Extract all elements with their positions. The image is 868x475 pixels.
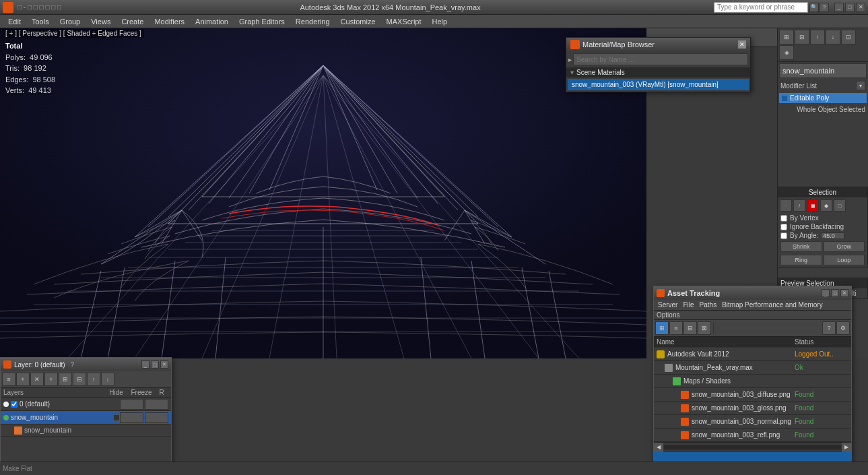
lyr-btn-arr-up[interactable]: ↑ bbox=[87, 373, 100, 386]
menu-graph-editors[interactable]: Graph Editors bbox=[234, 16, 290, 27]
mat-item-snow[interactable]: snow_mountain_003 (VRayMtl) [snow_mounta… bbox=[568, 79, 749, 90]
modifier-dropdown[interactable]: ▾ bbox=[856, 81, 865, 90]
menu-help[interactable]: Help bbox=[427, 16, 453, 27]
loop-button[interactable]: Loop bbox=[824, 255, 865, 265]
search-input[interactable] bbox=[714, 2, 808, 13]
at-help-btn[interactable]: ? bbox=[822, 321, 836, 335]
lyr-btn-up[interactable]: ⊞ bbox=[59, 373, 72, 386]
menu-maxscript[interactable]: MAXScript bbox=[381, 16, 427, 27]
layers-close-btn[interactable]: ✕ bbox=[160, 360, 168, 369]
shrink-button[interactable]: Shrink bbox=[780, 241, 822, 252]
by-angle-input[interactable] bbox=[780, 232, 787, 239]
menu-modifiers[interactable]: Modifiers bbox=[149, 16, 190, 27]
at-maximize-btn[interactable]: □ bbox=[831, 289, 839, 297]
sel-icon-vertex[interactable]: · bbox=[780, 199, 792, 212]
layers-col-name: Layers bbox=[3, 389, 104, 396]
at-row-max-file[interactable]: Mountain_Peak_vray.max Ok bbox=[654, 361, 851, 375]
at-scroll-right[interactable]: ▶ bbox=[842, 443, 851, 452]
menu-rendering[interactable]: Rendering bbox=[290, 16, 335, 27]
layers-minimize-btn[interactable]: _ bbox=[141, 360, 149, 369]
ignore-backfacing-input[interactable] bbox=[780, 224, 787, 230]
ring-loop-row: Ring Loop bbox=[778, 253, 867, 267]
layers-question[interactable]: ? bbox=[71, 361, 75, 369]
at-win-btns: _ □ ✕ bbox=[822, 289, 848, 297]
by-angle-checkbox[interactable]: By Angle: bbox=[778, 231, 867, 240]
cmd-icon-5[interactable]: ⊡ bbox=[841, 30, 856, 44]
sel-icon-element[interactable]: ◆ bbox=[820, 199, 832, 212]
at-row-refl[interactable]: snow_mountain_003_refl.png Found bbox=[654, 429, 851, 442]
layer-snow-freeze[interactable] bbox=[145, 412, 168, 423]
ignore-backfacing-checkbox[interactable]: Ignore Backfacing bbox=[778, 222, 867, 231]
at-menu-paths[interactable]: Paths bbox=[698, 300, 719, 309]
at-menu-server[interactable]: Server bbox=[657, 300, 679, 309]
lyr-btn-1[interactable]: ≡ bbox=[2, 373, 15, 386]
mat-search-input[interactable] bbox=[573, 53, 748, 65]
layer-0-hide[interactable] bbox=[120, 399, 143, 410]
ring-button[interactable]: Ring bbox=[780, 255, 822, 265]
layer-0-freeze[interactable] bbox=[145, 399, 168, 410]
sel-icon-poly[interactable]: ◼ bbox=[807, 199, 819, 212]
at-options-menu[interactable]: Options bbox=[654, 311, 851, 320]
layers-maximize-btn[interactable]: □ bbox=[151, 360, 159, 369]
cmd-icon-2[interactable]: ⊟ bbox=[795, 30, 809, 44]
at-row-vault[interactable]: Autodesk Vault 2012 Logged Out.. bbox=[654, 348, 851, 361]
cmd-icon-1[interactable]: ⊞ bbox=[779, 30, 794, 44]
layer-snow-box[interactable] bbox=[113, 414, 120, 421]
editable-poly-item[interactable]: Editable Poly bbox=[779, 93, 867, 103]
at-row-gloss[interactable]: snow_mountain_003_gloss.png Found bbox=[654, 402, 851, 415]
at-icon bbox=[657, 289, 665, 297]
at-btn-2[interactable]: ≡ bbox=[669, 321, 683, 335]
lyr-btn-add[interactable]: + bbox=[16, 373, 30, 386]
search-btn[interactable]: 🔍 bbox=[809, 3, 819, 12]
material-browser-close[interactable]: ✕ bbox=[738, 40, 746, 49]
menu-animation[interactable]: Animation bbox=[190, 16, 234, 27]
cmd-icon-6[interactable]: ◈ bbox=[779, 45, 794, 60]
grow-button[interactable]: Grow bbox=[824, 241, 865, 252]
vault-name-text: Autodesk Vault 2012 bbox=[667, 350, 729, 358]
sublayer-snow-mountain[interactable]: snow_mountain bbox=[1, 424, 171, 437]
by-vertex-checkbox[interactable]: By Vertex bbox=[778, 214, 867, 222]
menu-edit[interactable]: Edit bbox=[3, 16, 26, 27]
at-btn-4[interactable]: ⊠ bbox=[698, 321, 711, 335]
at-row-maps[interactable]: Maps / Shaders bbox=[654, 375, 851, 388]
layer-snow-hide[interactable] bbox=[120, 412, 143, 423]
layer-dot-0 bbox=[3, 402, 9, 407]
lyr-btn-down[interactable]: ⊟ bbox=[73, 373, 86, 386]
at-row-diffuse[interactable]: snow_mountain_003_diffuse.png Found bbox=[654, 388, 851, 402]
at-btn-1[interactable]: ⊞ bbox=[655, 321, 669, 335]
lyr-btn-remove[interactable]: ✕ bbox=[30, 373, 44, 386]
diffuse-icon bbox=[681, 391, 689, 399]
menu-tools[interactable]: Tools bbox=[26, 16, 55, 27]
minimize-btn[interactable]: _ bbox=[834, 3, 844, 12]
at-menu-file[interactable]: File bbox=[681, 300, 695, 309]
menu-views[interactable]: Views bbox=[86, 16, 116, 27]
by-angle-value[interactable] bbox=[821, 232, 844, 239]
close-btn[interactable]: ✕ bbox=[856, 3, 865, 12]
at-row-normal[interactable]: snow_mountain_003_normal.png Found bbox=[654, 415, 851, 429]
menu-group[interactable]: Group bbox=[55, 16, 86, 27]
lyr-btn-arr-dn[interactable]: ↓ bbox=[101, 373, 114, 386]
help-btn[interactable]: ? bbox=[820, 3, 829, 12]
layer-row-0[interactable]: 0 (default) bbox=[1, 398, 171, 411]
at-help-btn2[interactable]: ⚙ bbox=[836, 321, 850, 335]
cmd-icon-4[interactable]: ↓ bbox=[826, 30, 840, 44]
at-minimize-btn[interactable]: _ bbox=[822, 289, 830, 297]
at-close-btn[interactable]: ✕ bbox=[840, 289, 848, 297]
layers-panel: Layer: 0 (default) ? _ □ ✕ ≡ + ✕ + ⊞ ⊟ ↑… bbox=[0, 357, 172, 475]
lyr-btn-add2[interactable]: + bbox=[44, 373, 58, 386]
at-scroll-left[interactable]: ◀ bbox=[654, 443, 663, 452]
object-name-text: snow_mountain bbox=[782, 67, 834, 75]
menu-create[interactable]: Create bbox=[116, 16, 149, 27]
maximize-btn[interactable]: □ bbox=[845, 3, 855, 12]
sublayer-snow-text: snow_mountain bbox=[24, 426, 71, 434]
by-vertex-input[interactable] bbox=[780, 215, 787, 222]
layer-0-check[interactable] bbox=[11, 401, 18, 408]
layer-row-snow-mountain[interactable]: snow_mountain bbox=[1, 411, 171, 424]
at-menu-bitmap[interactable]: Bitmap Performance and Memory bbox=[721, 300, 824, 309]
at-btn-3[interactable]: ⊟ bbox=[683, 321, 697, 335]
menu-customize[interactable]: Customize bbox=[335, 16, 381, 27]
sel-icon-edge[interactable]: / bbox=[793, 199, 805, 212]
sel-icon-border[interactable]: □ bbox=[834, 199, 846, 212]
cmd-icon-3[interactable]: ↑ bbox=[810, 30, 825, 44]
at-scroll-track[interactable] bbox=[663, 445, 842, 450]
